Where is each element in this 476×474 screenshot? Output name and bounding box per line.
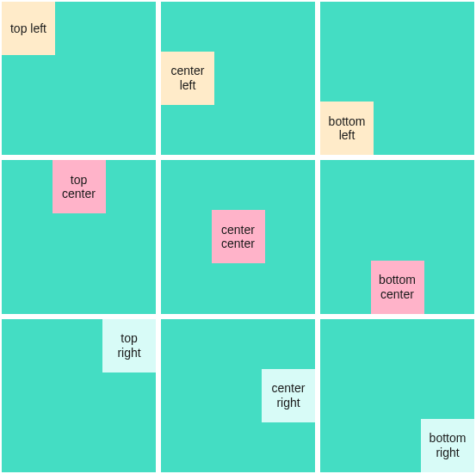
cell-center-left: center left [161,2,315,155]
cell-bottom-right: bottom right [320,319,474,472]
swatch-top-center: top center [53,160,106,213]
cell-center-right: center right [161,319,315,472]
swatch-bottom-center: bottom center [371,261,424,314]
swatch-center-right: center right [262,369,315,422]
swatch-top-right: top right [102,319,156,372]
swatch-center-center: center center [212,210,265,263]
alignment-grid: top left center left bottom left top cen… [0,0,476,474]
cell-top-left: top left [2,2,156,155]
cell-bottom-center: bottom center [320,160,474,313]
swatch-top-left: top left [2,2,55,55]
cell-top-center: top center [2,160,156,313]
swatch-center-left: center left [161,52,214,105]
swatch-bottom-right: bottom right [421,419,474,472]
cell-center-center: center center [161,160,315,313]
cell-bottom-left: bottom left [320,2,474,155]
cell-top-right: top right [2,319,156,472]
swatch-bottom-left: bottom left [320,102,374,155]
